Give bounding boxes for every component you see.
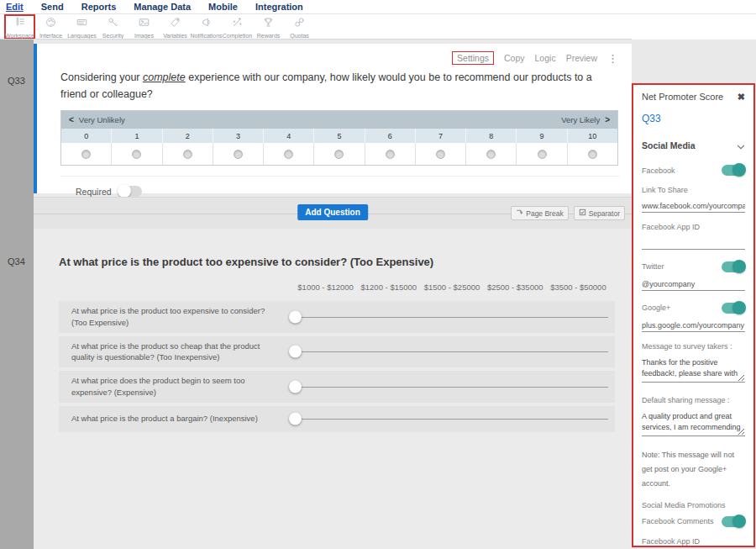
twitter-toggle[interactable] — [722, 261, 745, 272]
tool-notifications[interactable]: Notifications — [191, 14, 222, 40]
panel-header: Net Promoter Score ✖ — [642, 92, 745, 102]
nps-radio[interactable] — [264, 143, 314, 165]
price-slider[interactable] — [287, 374, 608, 399]
toggle-knob — [732, 260, 746, 273]
nps-number[interactable]: 10 — [568, 129, 617, 143]
menu-manage-data[interactable]: Manage Data — [134, 2, 191, 12]
required-toggle[interactable] — [118, 186, 142, 197]
tool-label: Languages — [67, 33, 97, 39]
fb-comments-toggle[interactable] — [722, 516, 745, 527]
question-card-q33: Settings Copy Logic Preview ⋮ Considerin… — [34, 44, 632, 193]
facebook-link-input[interactable] — [642, 199, 745, 213]
tool-workspace[interactable]: Workspace — [4, 14, 35, 40]
tool-security[interactable]: Security — [97, 14, 129, 40]
radio-icon — [386, 150, 395, 159]
tool-languages[interactable]: Languages — [66, 14, 97, 40]
nps-radio[interactable] — [568, 143, 617, 165]
twitter-handle-input[interactable] — [642, 277, 745, 291]
page-break-button[interactable]: Page Break — [511, 206, 568, 220]
menu-edit[interactable]: Edit — [6, 2, 24, 12]
menu-mobile[interactable]: Mobile — [208, 2, 238, 12]
nps-radio[interactable] — [61, 143, 112, 165]
nps-number[interactable]: 6 — [365, 129, 416, 143]
tool-label: Images — [134, 33, 154, 39]
tool-completion[interactable]: Completion — [222, 14, 253, 40]
quotas-icon — [293, 16, 306, 32]
nps-radio[interactable] — [112, 143, 162, 165]
q33-question-text: Considering your complete experience wit… — [60, 69, 615, 103]
tool-variables[interactable]: Variables — [160, 14, 191, 40]
nps-number[interactable]: 8 — [466, 129, 517, 143]
price-slider[interactable] — [287, 406, 608, 431]
copy-button[interactable]: Copy — [504, 53, 525, 63]
q34-column: $1200 - $15000 — [357, 282, 420, 292]
close-icon[interactable]: ✖ — [738, 92, 745, 102]
add-question-button[interactable]: Add Question — [297, 204, 368, 220]
menu-reports[interactable]: Reports — [81, 2, 117, 12]
radio-icon — [486, 150, 496, 159]
price-slider[interactable] — [287, 304, 608, 330]
price-slider[interactable] — [287, 339, 608, 364]
tool-quotas[interactable]: Quotas — [284, 14, 315, 40]
google-link-input[interactable] — [642, 319, 745, 332]
nps-number[interactable]: 3 — [213, 129, 264, 143]
question-card-q34: At what price is the product too expensi… — [34, 229, 632, 549]
twitter-label: Twitter — [642, 262, 664, 271]
survey-canvas: Settings Copy Logic Preview ⋮ Considerin… — [34, 40, 632, 549]
toggle-knob — [732, 515, 746, 528]
nps-radio[interactable] — [517, 143, 567, 165]
nps-radio[interactable] — [416, 143, 466, 165]
tool-rewards[interactable]: Rewards — [253, 14, 284, 40]
nps-radio[interactable] — [365, 143, 416, 165]
fb-comments-app-id-input[interactable] — [642, 546, 745, 547]
tool-label: Notifications — [190, 33, 222, 39]
menu-send[interactable]: Send — [41, 2, 64, 12]
nps-number[interactable]: 1 — [112, 129, 162, 143]
section-social-media[interactable]: Social Media — [642, 138, 745, 153]
fb-comments-toggle-row: Facebook Comments — [642, 516, 745, 527]
nps-number[interactable]: 0 — [61, 129, 112, 143]
google-toggle[interactable] — [722, 303, 745, 314]
q33-actions: Settings Copy Logic Preview ⋮ — [452, 51, 618, 65]
settings-button[interactable]: Settings — [452, 51, 494, 65]
tool-interface[interactable]: Interface — [35, 14, 66, 40]
nps-number[interactable]: 5 — [314, 129, 365, 143]
languages-icon — [76, 16, 88, 32]
nps-number[interactable]: 7 — [416, 129, 466, 143]
chevron-left-icon[interactable]: < — [69, 115, 74, 124]
message-textarea[interactable]: Thanks for the positive feedback!, pleas… — [642, 356, 745, 383]
add-question-band: Add Question Page Break Separator — [34, 197, 632, 229]
nps-number[interactable]: 9 — [517, 129, 567, 143]
nps-number[interactable]: 4 — [264, 129, 314, 143]
facebook-app-id-input[interactable] — [642, 232, 745, 250]
nps-radio[interactable] — [163, 143, 213, 165]
more-options-icon[interactable]: ⋮ — [607, 53, 618, 64]
chevron-down-icon — [737, 138, 745, 153]
sharing-message-textarea[interactable]: A quality product and great services, I … — [642, 409, 745, 436]
slider-handle[interactable] — [289, 310, 302, 323]
preview-button[interactable]: Preview — [566, 53, 597, 63]
menubar: Edit Send Reports Manage Data Mobile Int… — [0, 0, 756, 14]
logic-button[interactable]: Logic — [535, 53, 556, 63]
facebook-toggle[interactable] — [722, 165, 745, 176]
slider-handle[interactable] — [289, 413, 302, 425]
q34-slider-rows: At what price is the product too expensi… — [59, 301, 615, 432]
nps-radio[interactable] — [314, 143, 365, 165]
slider-handle[interactable] — [289, 380, 302, 393]
slider-track — [296, 387, 608, 388]
tool-images[interactable]: Images — [129, 14, 160, 40]
tool-label: Interface — [39, 33, 62, 39]
interface-icon — [45, 16, 57, 32]
variables-icon — [169, 16, 181, 32]
message-label: Message to survey takers : — [642, 342, 745, 351]
slider-handle[interactable] — [289, 346, 302, 358]
nps-number[interactable]: 2 — [163, 129, 213, 143]
radio-icon — [334, 150, 344, 159]
chevron-right-icon[interactable]: > — [605, 115, 610, 124]
separator-button[interactable]: Separator — [574, 206, 625, 220]
nps-radio[interactable] — [466, 143, 517, 165]
menu-integration[interactable]: Integration — [255, 2, 303, 12]
nps-scale: <Very Unlikely Very Likely> 0 1 2 3 4 5 … — [60, 110, 618, 166]
nps-radio[interactable] — [213, 143, 264, 165]
q34-column-headers: $1000 - $12000 $1200 - $15000 $1500 - $2… — [294, 282, 610, 292]
